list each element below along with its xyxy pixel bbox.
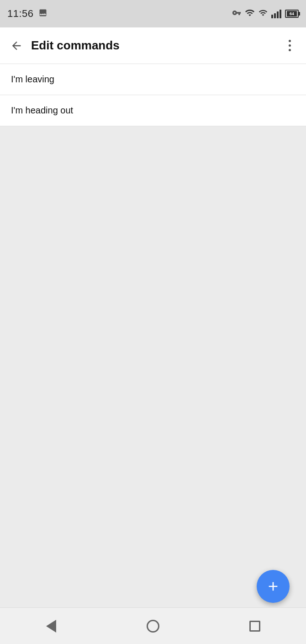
nav-bar [0, 607, 306, 644]
command-text-1: I'm leaving [11, 74, 54, 84]
nav-back-button[interactable] [33, 612, 69, 640]
status-bar: 11:56 [0, 0, 306, 27]
signal-bars-icon [271, 9, 281, 18]
page-title: Edit commands [27, 38, 279, 53]
three-dots-icon [289, 40, 291, 51]
app-bar: Edit commands [0, 27, 306, 64]
add-command-button[interactable] [257, 570, 290, 603]
status-icons: 64 [232, 8, 299, 20]
command-list: I'm leaving I'm heading out [0, 64, 306, 126]
command-item-2[interactable]: I'm heading out [0, 95, 306, 126]
fab-container [257, 570, 290, 603]
wifi-icon [245, 8, 255, 20]
overflow-menu-button[interactable] [279, 35, 301, 57]
battery-text: 64 [290, 11, 294, 16]
nav-home-button[interactable] [135, 612, 171, 640]
back-nav-icon [46, 620, 56, 633]
battery-icon: 64 [285, 10, 299, 18]
status-time: 11:56 [7, 8, 34, 20]
nav-recents-button[interactable] [237, 612, 273, 640]
home-nav-icon [147, 620, 159, 633]
back-button[interactable] [5, 35, 27, 57]
key-icon [232, 8, 241, 19]
signal-icon [259, 8, 268, 19]
photo-icon [38, 8, 47, 19]
command-text-2: I'm heading out [11, 105, 73, 115]
content-area [0, 126, 306, 607]
command-item-1[interactable]: I'm leaving [0, 64, 306, 95]
recents-nav-icon [249, 621, 260, 632]
